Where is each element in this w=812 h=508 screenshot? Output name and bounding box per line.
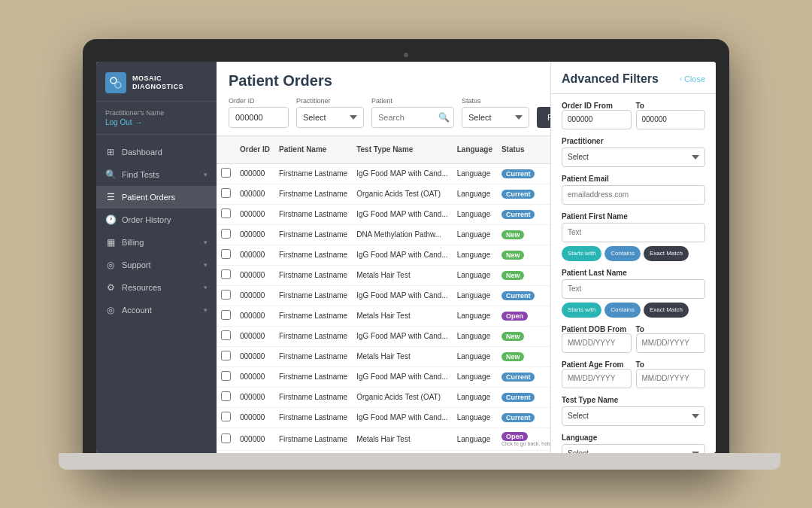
patient-first-name-input[interactable] (562, 223, 705, 242)
advanced-filters-close-button[interactable]: ‹ Close (680, 75, 705, 84)
tooltip-text: Click to go back, hold to see history (501, 441, 550, 446)
last-name-exact-match-button[interactable]: Exact Match (644, 303, 689, 318)
row-status: Current (497, 387, 550, 407)
row-checkbox[interactable] (221, 412, 231, 421)
patient-age-to-input[interactable] (636, 369, 706, 388)
row-patient-name: Firstname Lastname (274, 285, 352, 306)
row-checkbox[interactable] (221, 269, 231, 279)
adv-language-select[interactable]: Select (562, 444, 705, 453)
order-id-from-field: Order ID From To (562, 102, 705, 129)
table-row: 000000 Firstname Lastname IgG Food MAP w… (217, 326, 550, 346)
row-checkbox[interactable] (221, 371, 231, 381)
row-checkbox[interactable] (221, 290, 231, 300)
row-language: Language (453, 163, 497, 184)
laptop-outer: MOSAIC DIAGNOSTICS Practitioner's Name L… (83, 39, 729, 470)
practitioner-select[interactable]: Select (296, 107, 364, 128)
table-row: 000000 Firstname Lastname Metals Hair Te… (217, 427, 550, 450)
row-patient-name: Firstname Lastname (274, 163, 352, 184)
search-icon[interactable]: 🔍 (438, 112, 450, 123)
row-patient-name: Firstname Lastname (274, 204, 352, 224)
row-order-id: 000000 (235, 346, 274, 367)
first-name-contains-button[interactable]: Contains (604, 246, 641, 261)
adv-practitioner-select[interactable]: Select (562, 148, 705, 167)
patient-dob-to-input[interactable] (636, 333, 706, 353)
table-row: 000000 Firstname Lastname DNA Methylatio… (217, 224, 550, 245)
row-language: Language (453, 326, 497, 346)
sidebar-item-account[interactable]: ◎ Account ▾ (96, 299, 217, 321)
status-badge: Current (501, 291, 535, 300)
row-language: Language (453, 245, 497, 265)
chevron-down-icon: ▾ (204, 306, 208, 314)
sidebar-item-order-history[interactable]: 🕐 Order History (96, 208, 217, 231)
advanced-filters-title: Advanced Filters (562, 72, 659, 86)
row-patient-name: Firstname Lastname (274, 306, 352, 326)
row-checkbox-cell (217, 346, 235, 367)
row-order-id: 000000 (235, 407, 274, 427)
first-name-exact-match-button[interactable]: Exact Match (644, 246, 689, 261)
chevron-down-icon: ▾ (204, 261, 208, 269)
patient-email-input[interactable] (562, 185, 705, 205)
sidebar-item-support[interactable]: ◎ Support ▾ (96, 254, 217, 276)
practitioner-section: Practitioner's Name Log Out → (96, 102, 217, 135)
status-select[interactable]: Select (462, 107, 529, 128)
row-checkbox[interactable] (221, 391, 231, 401)
sidebar-item-label: Order History (122, 215, 171, 224)
adv-test-type-select[interactable]: Select (562, 406, 705, 426)
row-checkbox[interactable] (221, 168, 231, 178)
logout-link[interactable]: Log Out → (105, 118, 208, 126)
row-test-type: IgG Food MAP with Cand... (352, 326, 453, 346)
app: MOSAIC DIAGNOSTICS Practitioner's Name L… (96, 62, 716, 453)
first-name-starts-with-button[interactable]: Starts with (562, 246, 601, 261)
table-body: 000000 Firstname Lastname IgG Food MAP w… (217, 163, 550, 453)
status-badge: New (501, 230, 525, 239)
row-checkbox[interactable] (221, 351, 231, 360)
row-checkbox[interactable] (221, 229, 231, 239)
sidebar-item-patient-orders[interactable]: ☰ Patient Orders (96, 186, 217, 208)
filter-button[interactable]: Filter (537, 107, 550, 128)
patient-last-name-input[interactable] (562, 279, 705, 299)
row-test-type: IgG Food MAP with Cand... (352, 450, 453, 453)
order-id-filter-group: Order ID (229, 97, 289, 128)
sidebar-item-resources[interactable]: ⚙ Resources ▾ (96, 276, 217, 299)
nav-items: ⊞ Dashboard 🔍 Find Tests ▾ ☰ Patient Ord… (96, 135, 217, 453)
row-checkbox-cell (217, 367, 235, 387)
row-checkbox[interactable] (221, 188, 231, 198)
row-checkbox[interactable] (221, 330, 231, 340)
sidebar-item-dashboard[interactable]: ⊞ Dashboard (96, 141, 217, 163)
table-row: 000000 Firstname Lastname IgG Food MAP w… (217, 163, 550, 184)
row-checkbox[interactable] (221, 208, 231, 218)
patient-email-field: Patient Email (562, 175, 705, 205)
row-test-type: IgG Food MAP with Cand... (352, 163, 453, 184)
order-id-to-input[interactable] (636, 110, 706, 129)
row-checkbox[interactable] (221, 310, 231, 320)
last-name-starts-with-button[interactable]: Starts with (562, 303, 601, 318)
patient-age-from-input[interactable] (562, 369, 632, 388)
row-status: Current (497, 184, 550, 204)
row-patient-name: Firstname Lastname (274, 346, 352, 367)
row-language: Language (453, 407, 497, 427)
table-row: 000000 Firstname Lastname Metals Hair Te… (217, 265, 550, 285)
last-name-contains-button[interactable]: Contains (604, 303, 641, 318)
order-id-input[interactable] (229, 107, 289, 128)
row-language: Language (453, 285, 497, 306)
row-status: Open (497, 306, 550, 326)
row-checkbox-cell (217, 326, 235, 346)
row-checkbox[interactable] (221, 433, 231, 443)
main-header: Patient Orders Order ID Practitioner Sel… (217, 62, 550, 136)
sidebar-item-billing[interactable]: ▦ Billing ▾ (96, 231, 217, 254)
row-checkbox-cell (217, 224, 235, 245)
row-checkbox-cell (217, 427, 235, 450)
status-badge: Current (501, 169, 535, 178)
row-patient-name: Firstname Lastname (274, 427, 352, 450)
order-id-from-input[interactable] (562, 110, 632, 129)
row-checkbox[interactable] (221, 249, 231, 259)
practitioner-filter-group: Practitioner Select (296, 97, 364, 128)
account-icon: ◎ (105, 305, 116, 315)
row-patient-name: Firstname Lastname (274, 450, 352, 453)
row-checkbox-cell (217, 407, 235, 427)
row-checkbox-cell (217, 204, 235, 224)
sidebar-item-find-tests[interactable]: 🔍 Find Tests ▾ (96, 163, 217, 186)
patient-dob-from-input[interactable] (562, 333, 632, 353)
chevron-left-icon: ‹ (680, 75, 682, 83)
status-badge: New (501, 251, 525, 260)
